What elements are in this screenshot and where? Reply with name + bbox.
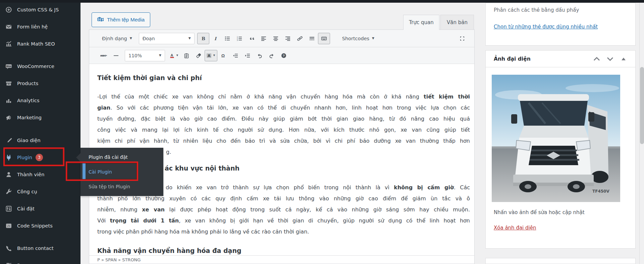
- paragraph1-line4: công việc và mang lại lợi ích kinh tế ch…: [97, 124, 470, 135]
- bar-chart-icon: [5, 97, 12, 104]
- element-path[interactable]: P » SPAN » STRONG: [97, 257, 141, 262]
- link-icon: [297, 36, 303, 41]
- next-metabox-stub: [485, 258, 636, 264]
- block-select[interactable]: Đoạn▼: [139, 33, 195, 44]
- clear-format-button[interactable]: [193, 50, 205, 61]
- tab-text[interactable]: Văn bản: [440, 15, 474, 30]
- highlight-button[interactable]: A▼: [205, 50, 217, 61]
- italic-button[interactable]: I: [209, 33, 221, 44]
- sidebar-item-label: Premmerce: [17, 263, 45, 264]
- indent-icon: [245, 53, 250, 58]
- undo-button[interactable]: [254, 50, 266, 61]
- sidebar-item-label: Button contact: [17, 246, 54, 251]
- bold-button[interactable]: B: [197, 33, 209, 44]
- numbered-list-button[interactable]: 123: [233, 33, 246, 44]
- svg-text:3: 3: [237, 39, 238, 41]
- featured-image-header[interactable]: Ảnh đại diện: [486, 51, 635, 67]
- sidebar-item-c-i-t[interactable]: Cài đặt: [0, 200, 80, 217]
- sidebar-separator: [0, 52, 80, 58]
- sidebar-item-giao-di-n[interactable]: Giao diện: [0, 132, 80, 149]
- sidebar-item-label: Giao diện: [17, 138, 41, 143]
- seo-chart-icon: [5, 40, 12, 48]
- svg-text:B: B: [202, 36, 205, 41]
- sidebar-item-form-li-n-h-[interactable]: Form liên hệ: [0, 18, 80, 35]
- shortcodes-dropdown-label: Shortcodes: [342, 36, 369, 41]
- italic-icon: I: [213, 36, 218, 41]
- sidebar-item-products[interactable]: Products: [0, 75, 80, 92]
- strikethrough-button[interactable]: ABC: [98, 50, 110, 61]
- special-char-button[interactable]: Ω: [217, 50, 229, 61]
- svg-text:Woo: Woo: [6, 65, 11, 67]
- flyout-arrow-icon: [76, 153, 80, 162]
- most-used-tags-link[interactable]: Chọn từ những thẻ được dùng nhiều nhất: [494, 24, 598, 30]
- chevron-down-icon[interactable]: [606, 55, 614, 63]
- sidebar-item-code-snippets[interactable]: />Code Snippets: [0, 217, 80, 234]
- paragraph1-line2: gian. So với các phương tiện vận tải lớn…: [97, 102, 470, 113]
- sidebar-item-c-ng-c-[interactable]: Công cụ: [0, 183, 80, 200]
- align-center-button[interactable]: [270, 33, 282, 44]
- paragraph1-line5: kiệm chi phí vận hành, từ nhiên liệu cho…: [97, 135, 470, 146]
- content-heading-1: Tiết kiệm thời gian và chi phí: [97, 73, 202, 82]
- admin-sidebar: Custom CSS & JSForm liên hệRank Math SEO…: [0, 0, 80, 264]
- chevron-up-icon[interactable]: [592, 55, 601, 63]
- align-left-icon: [261, 36, 266, 41]
- sidebar-item-label: Code Snippets: [17, 223, 53, 228]
- sidebar-item-premmerce[interactable]: Premmerce: [0, 257, 80, 264]
- outdent-button[interactable]: [229, 50, 241, 61]
- sidebar-item-analytics[interactable]: Analytics: [0, 92, 80, 109]
- indent-button[interactable]: [241, 50, 254, 61]
- font-size-select[interactable]: 110%▼: [125, 50, 165, 61]
- content-heading-2: ác khu vực nội thành: [165, 164, 239, 173]
- wrench-icon: [5, 188, 12, 195]
- keyboard-button[interactable]: [318, 33, 330, 44]
- svg-text:A: A: [170, 53, 173, 57]
- read-more-icon: [309, 36, 315, 41]
- align-left-button[interactable]: [258, 33, 270, 44]
- bullet-list-button[interactable]: [221, 33, 233, 44]
- collapse-triangle-icon[interactable]: [619, 55, 628, 63]
- svg-text:ABC: ABC: [100, 54, 106, 57]
- blockquote-button[interactable]: [246, 33, 258, 44]
- sidebar-item-woocommerce[interactable]: WooWooCommerce: [0, 58, 80, 75]
- sidebar-item-marketing[interactable]: Marketing: [0, 109, 80, 126]
- shortcodes-dropdown[interactable]: Shortcodes▼: [338, 33, 378, 44]
- horizontal-rule-button[interactable]: [110, 50, 122, 61]
- featured-image-title: Ảnh đại diện: [494, 56, 592, 62]
- tags-hint: Phân cách các thẻ bằng dấu phẩy: [494, 7, 627, 13]
- sidebar-item-label: Thành viên: [17, 172, 45, 177]
- van-model-label: TF450V: [592, 189, 609, 194]
- fullscreen-button[interactable]: [456, 33, 468, 44]
- paste-text-button[interactable]: [180, 50, 193, 61]
- help-icon: ?: [281, 53, 286, 58]
- remove-featured-image-link[interactable]: Xóa ảnh đại diện: [494, 225, 536, 231]
- editor-toolbar-row1: Định dạng▼Đoạn▼BI123Shortcodes▼: [89, 30, 474, 47]
- text-color-button[interactable]: A▼: [168, 50, 180, 61]
- chevron-down-icon: ▼: [130, 37, 132, 40]
- chevron-down-icon: ▼: [189, 37, 191, 40]
- page-scrollbar[interactable]: [639, 0, 644, 264]
- align-right-button[interactable]: [282, 33, 294, 44]
- paragraph2-line3: nhiễm, nhưng xe van lại được phép hoạt đ…: [97, 204, 470, 215]
- tab-visual[interactable]: Trực quan: [403, 15, 439, 30]
- add-media-button[interactable]: Thêm tệp Media: [92, 12, 150, 27]
- megaphone-icon: [5, 114, 12, 121]
- scrollbar-thumb[interactable]: [640, 67, 644, 144]
- woo-icon: Woo: [5, 63, 12, 70]
- media-icon: [97, 16, 104, 23]
- sidebar-item-button-contact[interactable]: Button contact: [0, 240, 80, 257]
- add-media-label: Thêm tệp Media: [107, 17, 145, 23]
- featured-image[interactable]: TF450V: [492, 75, 620, 202]
- read-more-button[interactable]: [306, 33, 318, 44]
- format-dropdown[interactable]: Định dạng▼: [98, 33, 136, 44]
- sidebar-item-rank-math-seo[interactable]: Rank Math SEO: [0, 35, 80, 52]
- sidebar-item-custom-css-js[interactable]: Custom CSS & JS: [0, 1, 80, 18]
- help-button[interactable]: ?: [278, 50, 290, 61]
- tinymce-editor: Định dạng▼Đoạn▼BI123Shortcodes▼ ABC110%▼…: [89, 29, 475, 264]
- fullscreen-icon: [460, 36, 465, 41]
- content-heading-3: Khả năng vận chuyển hàng hóa đa dạng: [97, 246, 241, 255]
- settings-icon: [5, 205, 12, 212]
- sidebar-item-label: WooCommerce: [17, 64, 54, 69]
- flyout-item-s-a-t-p-tin-plugin[interactable]: Sửa tệp tin Plugin: [80, 179, 163, 194]
- link-button[interactable]: [294, 33, 306, 44]
- redo-button[interactable]: [266, 50, 278, 61]
